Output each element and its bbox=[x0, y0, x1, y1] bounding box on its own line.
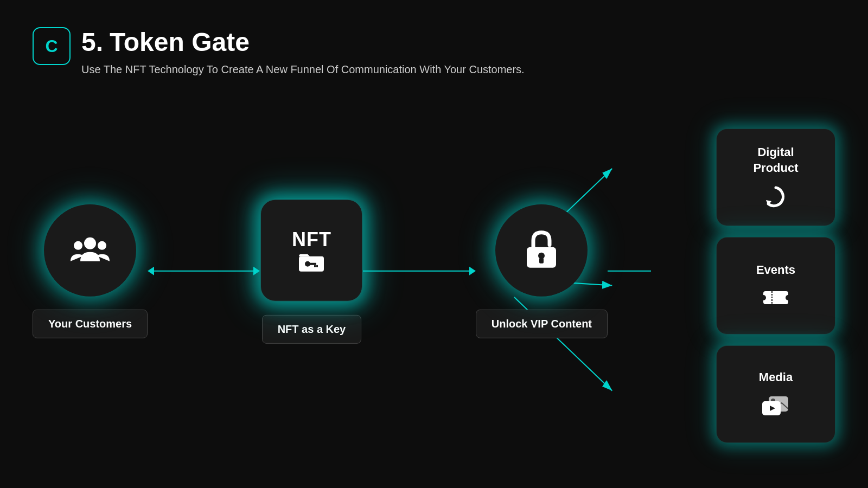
customers-label: Your Customers bbox=[33, 309, 148, 338]
nft-node-area: NFT NFT as a Key bbox=[260, 198, 363, 343]
page-title: Token Gate bbox=[110, 27, 250, 57]
header-title: 5. Token Gate bbox=[81, 27, 525, 57]
svg-rect-10 bbox=[314, 265, 316, 267]
events-icon bbox=[762, 287, 789, 309]
header: C 5. Token Gate Use The NFT Technology T… bbox=[33, 27, 835, 78]
page: C 5. Token Gate Use The NFT Technology T… bbox=[0, 0, 868, 488]
arrow-line-1 bbox=[154, 271, 253, 272]
logo-letter: C bbox=[45, 36, 58, 56]
card-events: Events bbox=[716, 237, 835, 335]
right-cards: DigitalProduct Events bbox=[716, 129, 835, 443]
svg-rect-16 bbox=[763, 291, 788, 304]
nft-square: NFT bbox=[260, 198, 363, 301]
nft-key-icon bbox=[298, 251, 325, 272]
diagram-area: Your Customers NFT bbox=[33, 110, 835, 461]
customers-icon bbox=[68, 231, 112, 269]
unlock-label: Unlock VIP Content bbox=[476, 309, 608, 338]
arrow-line-3 bbox=[608, 271, 651, 272]
card-media-title: Media bbox=[759, 370, 793, 386]
svg-point-5 bbox=[74, 241, 82, 249]
svg-rect-11 bbox=[316, 265, 318, 267]
arrow-unlock-cards bbox=[608, 271, 651, 272]
arrow-right-head bbox=[253, 267, 260, 275]
card-digital-title: DigitalProduct bbox=[753, 145, 798, 176]
subtitle: Use The NFT Technology To Create A New F… bbox=[81, 61, 525, 78]
nft-label: NFT as a Key bbox=[262, 314, 362, 343]
card-digital-product: DigitalProduct bbox=[716, 129, 835, 226]
svg-point-8 bbox=[305, 261, 310, 266]
unlock-node-area: Unlock VIP Content bbox=[476, 204, 608, 338]
header-text: 5. Token Gate Use The NFT Technology To … bbox=[81, 27, 525, 78]
logo-box: C bbox=[33, 27, 71, 65]
customers-node-area: Your Customers bbox=[33, 204, 148, 338]
media-icon bbox=[761, 394, 791, 418]
arrow-left-head bbox=[148, 267, 154, 275]
nft-title: NFT bbox=[292, 228, 331, 251]
arrow-nft-unlock bbox=[363, 267, 475, 275]
step-number: 5. bbox=[81, 27, 103, 57]
card-media: Media bbox=[716, 345, 835, 443]
arrow-right-head-2 bbox=[469, 267, 476, 275]
customers-circle bbox=[44, 204, 136, 296]
unlock-icon bbox=[522, 230, 560, 271]
arrow-customers-nft bbox=[148, 267, 260, 275]
svg-point-6 bbox=[98, 241, 106, 249]
unlock-circle bbox=[495, 204, 588, 296]
svg-point-4 bbox=[84, 237, 96, 249]
svg-rect-9 bbox=[310, 262, 316, 265]
svg-rect-14 bbox=[539, 258, 544, 264]
arrow-line-2 bbox=[363, 271, 469, 272]
digital-product-icon bbox=[764, 185, 788, 209]
card-events-title: Events bbox=[756, 262, 795, 278]
